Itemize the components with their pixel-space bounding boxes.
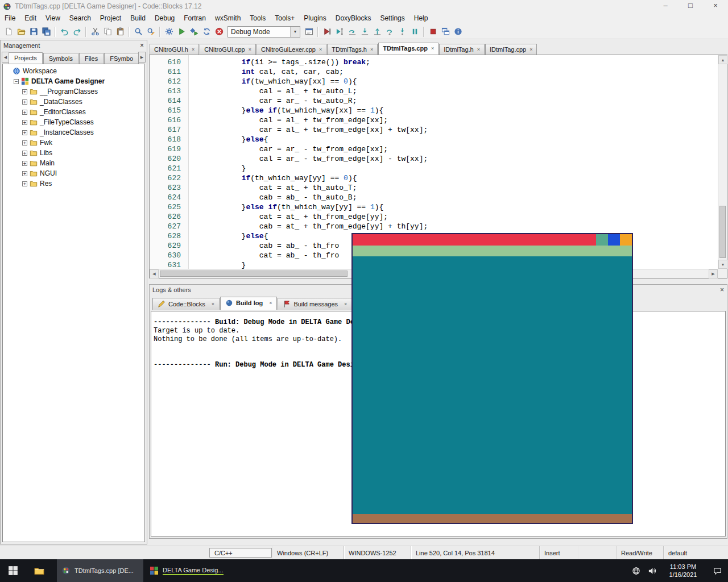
stop-debugger-button[interactable] xyxy=(427,26,439,38)
taskbar-clock[interactable]: 11:03 PM 1/16/2021 xyxy=(660,563,706,579)
run-to-cursor-button[interactable] xyxy=(333,26,346,38)
redo-button[interactable] xyxy=(71,26,83,38)
editor-tab-idtmltag-h[interactable]: IDtmlTag.h× xyxy=(439,44,485,55)
close-tab-icon[interactable]: × xyxy=(212,301,214,307)
tab-scroll-left-icon[interactable]: ◀ xyxy=(2,52,9,63)
menu-item-help[interactable]: Help xyxy=(410,13,433,24)
close-tab-icon[interactable]: × xyxy=(249,47,251,52)
tree-item-filetypeclasses[interactable]: +_FileTypeClasses xyxy=(3,117,144,127)
management-close-icon[interactable]: × xyxy=(140,41,144,49)
logs-tab-build-log[interactable]: Build log× xyxy=(220,297,277,310)
tree-item-ngui[interactable]: +NGUI xyxy=(3,168,144,178)
new-file-button[interactable] xyxy=(2,26,15,38)
tab-scroll-right-icon[interactable]: ▶ xyxy=(138,52,146,63)
logs-close-icon[interactable]: × xyxy=(720,286,724,294)
file-explorer-button[interactable] xyxy=(26,559,52,582)
abort-build-button[interactable] xyxy=(213,26,225,38)
expand-icon[interactable]: + xyxy=(22,181,27,186)
taskbar-task-delta-game-desig[interactable]: DELTA Game Desig... xyxy=(145,559,231,582)
menu-item-file[interactable]: File xyxy=(0,13,20,24)
maximize-icon[interactable]: □ xyxy=(678,0,703,13)
step-into-instruction-button[interactable] xyxy=(396,26,408,38)
expand-icon[interactable]: + xyxy=(22,110,27,115)
volume-button[interactable] xyxy=(644,559,660,582)
tree-item-workspace[interactable]: Workspace xyxy=(3,66,144,76)
game-titlebar-button-3[interactable] xyxy=(620,234,632,246)
tree-item-programclasses[interactable]: +__ProgramClasses xyxy=(3,86,144,97)
menu-item-settings[interactable]: Settings xyxy=(375,13,409,24)
game-titlebar-button-2[interactable] xyxy=(608,234,620,246)
close-tab-icon[interactable]: × xyxy=(431,45,434,51)
next-instruction-button[interactable] xyxy=(383,26,396,38)
management-tab-files[interactable]: Files xyxy=(79,53,104,64)
menu-item-search[interactable]: Search xyxy=(65,13,96,24)
editor-tab-tdtmltags-h[interactable]: TDtmlTags.h× xyxy=(327,44,378,55)
game-window[interactable] xyxy=(351,233,633,524)
various-info-button[interactable] xyxy=(452,26,464,38)
chevron-down-icon[interactable]: ▼ xyxy=(290,27,300,37)
menu-item-debug[interactable]: Debug xyxy=(150,13,179,24)
expand-icon[interactable]: + xyxy=(22,140,27,146)
scroll-right-icon[interactable]: ▶ xyxy=(709,269,718,278)
menu-item-project[interactable]: Project xyxy=(96,13,126,24)
tree-item-fwk[interactable]: +Fwk xyxy=(3,138,144,148)
management-tab-projects[interactable]: Projects xyxy=(9,52,43,64)
editor-tab-idtmltag-cpp[interactable]: IDtmlTag.cpp× xyxy=(485,44,537,55)
taskbar-task-tdtmltags-cpp-de[interactable]: TDtmlTags.cpp [DE... xyxy=(57,559,143,582)
paste-button[interactable] xyxy=(114,26,126,38)
tree-item-delta-game-designer[interactable]: −DELTA Game Designer xyxy=(3,76,144,86)
editor-tab-tdtmltags-cpp[interactable]: TDtmlTags.cpp× xyxy=(378,43,439,55)
step-out-button[interactable] xyxy=(371,26,383,38)
find-button[interactable] xyxy=(132,26,144,38)
close-tab-icon[interactable]: × xyxy=(370,47,373,52)
editor-tab-cnitroguilexer-cpp[interactable]: CNitroGuiLexer.cpp× xyxy=(257,44,326,55)
close-tab-icon[interactable]: × xyxy=(192,47,195,52)
expand-icon[interactable]: + xyxy=(22,171,27,176)
menu-item-doxyblocks[interactable]: DoxyBlocks xyxy=(331,13,376,24)
build-and-run-button[interactable] xyxy=(188,26,200,38)
tree-item-dataclasses[interactable]: +_DataClasses xyxy=(3,97,144,107)
editor-tab-cnitrogui-cpp[interactable]: CNitroGUI.cpp× xyxy=(200,44,256,55)
tree-item-editorclasses[interactable]: +_EditorClasses xyxy=(3,107,144,117)
replace-button[interactable] xyxy=(144,26,157,38)
close-tab-icon[interactable]: × xyxy=(530,47,532,52)
scroll-up-icon[interactable]: ▲ xyxy=(718,55,727,64)
cut-button[interactable] xyxy=(89,26,101,38)
tree-item-res[interactable]: +Res xyxy=(3,178,144,189)
expand-icon[interactable]: + xyxy=(22,130,27,135)
close-tab-icon[interactable]: × xyxy=(319,47,322,52)
rebuild-button[interactable] xyxy=(200,26,213,38)
vertical-scroll-thumb[interactable] xyxy=(719,206,726,258)
tree-item-main[interactable]: +Main xyxy=(3,158,144,168)
editor-vertical-scrollbar[interactable]: ▲ ▼ xyxy=(718,55,727,269)
expand-icon[interactable]: + xyxy=(22,89,27,94)
open-file-button[interactable] xyxy=(15,26,27,38)
collapse-icon[interactable]: − xyxy=(14,79,19,84)
menu-item-wxsmith[interactable]: wxSmith xyxy=(210,13,245,24)
step-into-button[interactable] xyxy=(358,26,371,38)
menu-item-edit[interactable]: Edit xyxy=(20,13,41,24)
action-center-button[interactable] xyxy=(706,559,728,582)
game-window-canvas[interactable] xyxy=(353,256,632,514)
menu-item-tools[interactable]: Tools xyxy=(245,13,270,24)
management-tab-fsymbo[interactable]: FSymbo xyxy=(104,53,139,64)
editor-tab-cnitrogui-h[interactable]: CNitroGUI.h× xyxy=(150,44,199,55)
expand-icon[interactable]: + xyxy=(22,161,27,166)
management-tab-symbols[interactable]: Symbols xyxy=(43,53,78,64)
debug-continue-button[interactable] xyxy=(321,26,333,38)
close-tab-icon[interactable]: × xyxy=(269,300,272,306)
scroll-left-icon[interactable]: ◀ xyxy=(150,269,159,278)
game-window-menubar[interactable] xyxy=(353,246,632,256)
build-button[interactable] xyxy=(163,26,175,38)
break-debugger-button[interactable] xyxy=(408,26,421,38)
undo-button[interactable] xyxy=(58,26,71,38)
horizontal-scroll-thumb[interactable] xyxy=(160,271,348,277)
close-tab-icon[interactable]: × xyxy=(477,47,480,52)
menu-item-view[interactable]: View xyxy=(41,13,65,24)
game-titlebar-button-1[interactable] xyxy=(596,234,608,246)
copy-button[interactable] xyxy=(101,26,114,38)
menu-item-toolsplus[interactable]: Tools+ xyxy=(270,13,299,24)
compile-target-options-button[interactable] xyxy=(303,26,315,38)
menu-item-build[interactable]: Build xyxy=(126,13,150,24)
save-file-button[interactable] xyxy=(27,26,40,38)
